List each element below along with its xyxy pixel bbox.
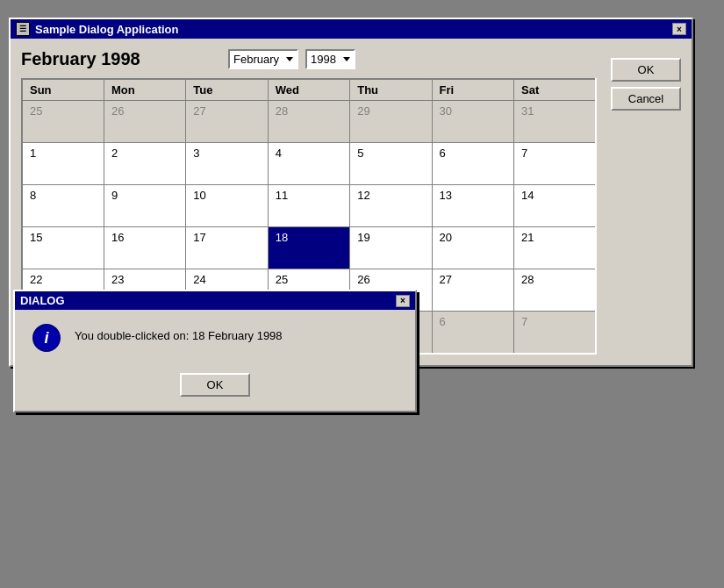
dialog-message: You double-clicked on: 18 February 1998 (75, 324, 283, 342)
calendar-day-0-4[interactable]: 29 (350, 101, 432, 143)
calendar-day-1-5[interactable]: 6 (432, 143, 513, 185)
title-bar: ☰ Sample Dialog Application × (11, 19, 692, 39)
year-dropdown-value: 1998 (311, 53, 336, 66)
col-tue: Tue (186, 79, 268, 101)
title-bar-left: ☰ Sample Dialog Application (16, 22, 178, 36)
calendar-day-0-2[interactable]: 27 (186, 101, 268, 143)
calendar-day-1-2[interactable]: 3 (186, 143, 268, 185)
calendar-header: February 1998 February 1998 (21, 49, 597, 69)
calendar-day-1-3[interactable]: 4 (268, 143, 349, 185)
ok-button[interactable]: OK (611, 58, 681, 82)
dialog-window: DIALOG × i You double-clicked on: 18 Feb… (13, 290, 417, 412)
dialog-footer: OK (15, 366, 415, 411)
calendar-day-1-4[interactable]: 5 (350, 143, 432, 185)
calendar-day-5-5[interactable]: 6 (432, 312, 513, 354)
calendar-day-0-6[interactable]: 31 (514, 101, 596, 143)
calendar-day-2-3[interactable]: 11 (268, 185, 349, 227)
dialog-content: i You double-clicked on: 18 February 199… (15, 310, 415, 366)
month-year-title: February 1998 (21, 49, 214, 69)
calendar-day-0-0[interactable]: 25 (22, 101, 104, 143)
calendar-day-3-0[interactable]: 15 (22, 227, 104, 269)
calendar-day-0-3[interactable]: 28 (268, 101, 349, 143)
calendar-week-0: 25262728293031 (22, 101, 596, 143)
col-fri: Fri (432, 79, 513, 101)
calendar-day-3-6[interactable]: 21 (514, 227, 596, 269)
calendar-day-2-2[interactable]: 10 (186, 185, 268, 227)
month-dropdown-arrow-icon (286, 57, 293, 61)
calendar-day-2-5[interactable]: 13 (432, 185, 513, 227)
dialog-title: DIALOG (20, 294, 65, 307)
calendar-week-1: 1234567 (22, 143, 596, 185)
dialog-title-bar: DIALOG × (15, 291, 415, 310)
cancel-button[interactable]: Cancel (611, 87, 681, 111)
info-icon: i (32, 324, 61, 352)
app-icon: ☰ (16, 22, 30, 36)
month-dropdown-value: February (233, 53, 279, 66)
calendar-day-1-0[interactable]: 1 (22, 143, 104, 185)
calendar-week-2: 891011121314 (22, 185, 596, 227)
calendar-day-1-1[interactable]: 2 (104, 143, 185, 185)
year-dropdown[interactable]: 1998 (305, 49, 355, 69)
col-sat: Sat (514, 79, 596, 101)
month-dropdown[interactable]: February (228, 49, 298, 69)
calendar-day-4-6[interactable]: 28 (514, 269, 596, 312)
calendar-day-3-4[interactable]: 19 (350, 227, 432, 269)
calendar-day-5-6[interactable]: 7 (514, 312, 596, 354)
dialog-ok-button[interactable]: OK (180, 373, 250, 397)
col-mon: Mon (104, 79, 185, 101)
calendar-week-3: 15161718192021 (22, 227, 596, 269)
calendar-day-2-4[interactable]: 12 (350, 185, 432, 227)
calendar-day-3-5[interactable]: 20 (432, 227, 513, 269)
dialog-close-button[interactable]: × (396, 295, 410, 307)
col-wed: Wed (268, 79, 349, 101)
side-buttons: OK Cancel (611, 49, 681, 355)
calendar-day-1-6[interactable]: 7 (514, 143, 596, 185)
calendar-day-3-3[interactable]: 18 (268, 227, 349, 269)
col-sun: Sun (22, 79, 104, 101)
calendar-day-2-0[interactable]: 8 (22, 185, 104, 227)
calendar-day-2-1[interactable]: 9 (104, 185, 185, 227)
year-dropdown-arrow-icon (343, 57, 350, 61)
calendar-day-0-5[interactable]: 30 (432, 101, 513, 143)
col-thu: Thu (350, 79, 432, 101)
app-title: Sample Dialog Application (35, 23, 178, 36)
calendar-day-0-1[interactable]: 26 (104, 101, 185, 143)
calendar-day-4-5[interactable]: 27 (432, 269, 513, 312)
calendar-header-row: Sun Mon Tue Wed Thu Fri Sat (22, 79, 596, 101)
calendar-day-3-1[interactable]: 16 (104, 227, 185, 269)
calendar-day-2-6[interactable]: 14 (514, 185, 596, 227)
calendar-day-3-2[interactable]: 17 (186, 227, 268, 269)
app-close-button[interactable]: × (672, 23, 686, 35)
dropdown-group: February 1998 (228, 49, 355, 69)
